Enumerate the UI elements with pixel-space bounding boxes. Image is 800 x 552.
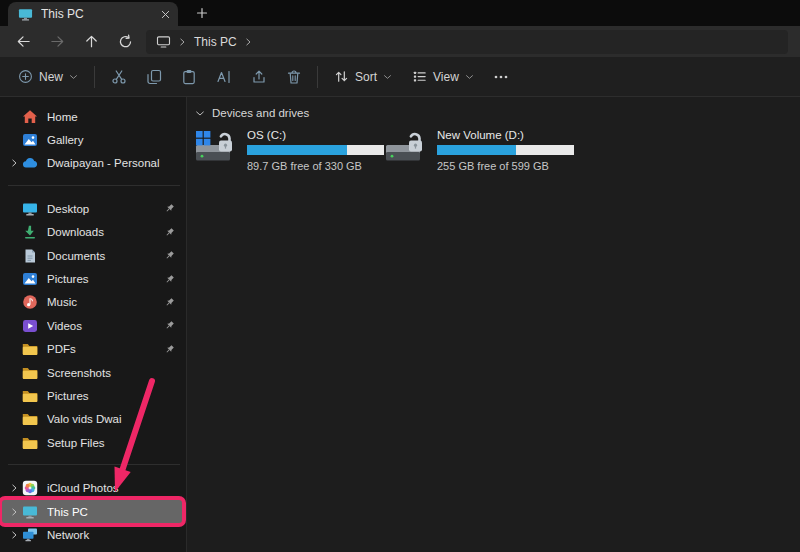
icloud-icon — [22, 480, 38, 496]
chevron-right-icon — [11, 530, 18, 540]
content-area: HomeGalleryDwaipayan - PersonalDesktopDo… — [0, 97, 800, 552]
plus-icon — [196, 7, 208, 19]
copy-button[interactable] — [136, 62, 171, 92]
sidebar-item-pdfs[interactable]: PDFs — [2, 338, 182, 361]
onedrive-cloud-icon — [22, 155, 38, 171]
drive-windows-bitlocker-icon — [194, 128, 238, 166]
sidebar-item-label: Desktop — [47, 203, 164, 215]
drive-usage-bar — [247, 145, 384, 155]
group-header-label: Devices and drives — [212, 107, 309, 119]
sidebar-item-home[interactable]: Home — [2, 105, 182, 128]
sidebar-item-downloads[interactable]: Downloads — [2, 221, 182, 244]
folder-icon — [22, 388, 38, 404]
drive-free-space: 255 GB free of 599 GB — [437, 160, 574, 172]
expand-chevron[interactable] — [6, 507, 22, 517]
sidebar-item-label: Setup Files — [47, 437, 182, 449]
sidebar-item-videos[interactable]: Videos — [2, 314, 182, 337]
new-button-label: New — [39, 70, 63, 84]
refresh-icon — [118, 34, 133, 49]
sidebar-item-label: Dwaipayan - Personal — [47, 157, 182, 169]
drive-usage-bar — [437, 145, 574, 155]
sidebar-item-label: Valo vids Dwai — [47, 413, 182, 425]
file-explorer-window: This PC This PC New Sort — [0, 0, 800, 552]
folder-icon — [22, 411, 38, 427]
address-bar[interactable]: This PC — [146, 30, 788, 54]
folder-icon — [22, 435, 38, 451]
sidebar-item-gallery[interactable]: Gallery — [2, 128, 182, 151]
sidebar-item-pictures[interactable]: Pictures — [2, 267, 182, 290]
navigation-pane: HomeGalleryDwaipayan - PersonalDesktopDo… — [0, 97, 187, 552]
chevron-down-icon — [465, 74, 474, 80]
sidebar-item-screenshots[interactable]: Screenshots — [2, 361, 182, 384]
network-icon — [22, 527, 38, 543]
ellipsis-icon — [493, 69, 509, 85]
monitor-icon — [156, 34, 171, 49]
sidebar-item-setup-files[interactable]: Setup Files — [2, 431, 182, 454]
folder-icon — [22, 341, 38, 357]
back-button[interactable] — [6, 29, 40, 55]
up-button[interactable] — [74, 29, 108, 55]
sidebar-item-label: Gallery — [47, 134, 182, 146]
breadcrumb-segment[interactable]: This PC — [194, 35, 237, 49]
expand-chevron[interactable] — [6, 530, 22, 540]
drive-info: OS (C:)89.7 GB free of 330 GB — [247, 127, 384, 172]
rename-button[interactable] — [206, 62, 241, 92]
download-icon — [22, 224, 38, 240]
sidebar-item-label: Screenshots — [47, 367, 182, 379]
sidebar-item-documents[interactable]: Documents — [2, 244, 182, 267]
home-icon — [22, 109, 38, 125]
sidebar-item-label: PDFs — [47, 343, 164, 355]
sidebar-item-label: This PC — [47, 506, 182, 518]
gallery-icon — [22, 132, 38, 148]
close-tab-button[interactable] — [156, 5, 174, 23]
sidebar-item-music[interactable]: Music — [2, 291, 182, 314]
pin-icon — [164, 227, 175, 238]
view-button[interactable]: View — [402, 62, 484, 92]
view-button-label: View — [433, 70, 459, 84]
sidebar-item-this-pc-highlighted[interactable]: This PC — [2, 500, 182, 523]
delete-icon — [286, 69, 302, 85]
chevron-right-icon — [11, 483, 18, 493]
expand-chevron[interactable] — [6, 483, 22, 493]
chevron-right-icon — [11, 158, 18, 168]
paste-button[interactable] — [171, 62, 206, 92]
delete-button[interactable] — [276, 62, 311, 92]
cut-button[interactable] — [101, 62, 136, 92]
drive-os-c[interactable]: OS (C:)89.7 GB free of 330 GB — [194, 127, 384, 172]
chevron-right-icon — [11, 507, 18, 517]
expand-chevron[interactable] — [6, 158, 22, 168]
folder-icon — [22, 365, 38, 381]
new-button[interactable]: New — [8, 62, 88, 92]
rename-icon — [216, 69, 232, 85]
sort-button[interactable]: Sort — [324, 62, 402, 92]
command-toolbar: New Sort View — [0, 57, 800, 97]
sidebar-item-label: Documents — [47, 250, 164, 262]
chevron-down-icon — [383, 74, 392, 80]
more-options-button[interactable] — [484, 62, 519, 92]
drive-usage-fill — [247, 145, 347, 155]
pin-icon — [164, 344, 175, 355]
desktop-icon — [22, 201, 38, 217]
new-tab-button[interactable] — [190, 1, 214, 25]
tab-this-pc[interactable]: This PC — [8, 2, 178, 26]
sidebar-item-icloud-photos[interactable]: iCloud Photos — [2, 476, 182, 499]
chevron-right-icon[interactable] — [245, 37, 252, 47]
group-header-devices-and-drives[interactable]: Devices and drives — [194, 105, 800, 121]
plus-circle-icon — [18, 69, 33, 84]
sidebar-divider — [8, 464, 180, 465]
music-icon — [22, 294, 38, 310]
pin-icon — [164, 320, 175, 331]
share-button[interactable] — [241, 62, 276, 92]
cut-icon — [111, 69, 127, 85]
sidebar-item-dwaipayan-personal[interactable]: Dwaipayan - Personal — [2, 152, 182, 175]
sidebar-item-valo-vids-dwai[interactable]: Valo vids Dwai — [2, 408, 182, 431]
drive-usage-fill — [437, 145, 516, 155]
sidebar-item-label: iCloud Photos — [47, 482, 182, 494]
this-pc-monitor-icon — [18, 7, 33, 22]
sidebar-item-desktop[interactable]: Desktop — [2, 197, 182, 220]
forward-button[interactable] — [40, 29, 74, 55]
sidebar-item-network[interactable]: Network — [2, 523, 182, 546]
sidebar-item-pictures[interactable]: Pictures — [2, 384, 182, 407]
drive-new-volume-d[interactable]: New Volume (D:)255 GB free of 599 GB — [384, 127, 574, 172]
refresh-button[interactable] — [108, 29, 142, 55]
